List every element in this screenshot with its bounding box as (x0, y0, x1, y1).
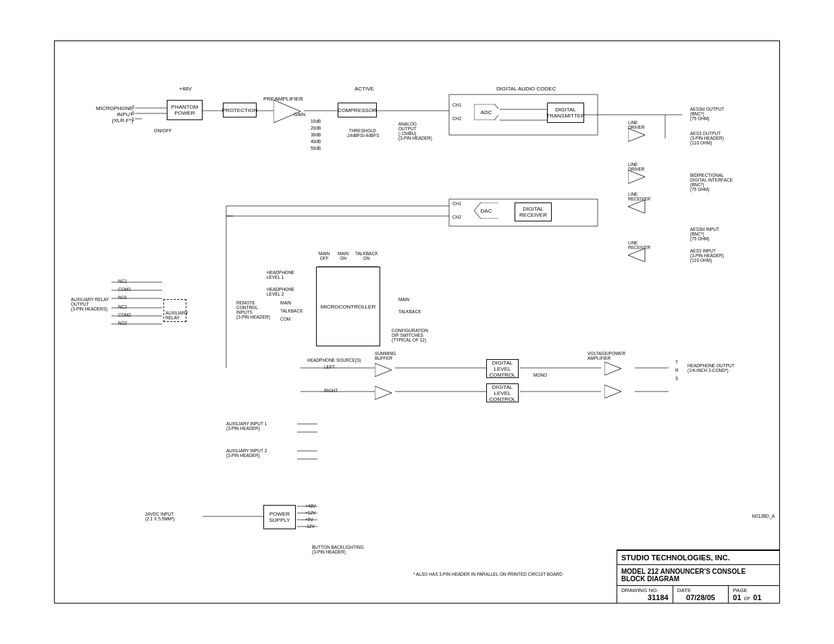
label-main-off: MAIN OFF (319, 251, 330, 261)
label-pin3: 3 (132, 111, 134, 115)
label-right: RIGHT (324, 388, 338, 393)
page-label: PAGE (733, 587, 775, 593)
date-label: DATE (677, 587, 725, 593)
block-power-supply: POWER SUPPLY (263, 505, 296, 529)
line-driver-2-triangle (628, 170, 648, 184)
drawing-no-value: 31184 (621, 593, 669, 601)
label-mono: MONO (533, 373, 547, 377)
label-no2: NO2 (118, 321, 127, 325)
vpa-2-triangle (604, 385, 625, 398)
label-dac-ch1: CH1 (452, 201, 461, 206)
label-hp-output: HEADPHONE OUTPUT (1/4-INCH 3-COND*) (687, 363, 735, 373)
label-aes3-input: AES3 INPUT (3-PIN HEADER) (110 OHM) (690, 248, 724, 263)
title-block-cells: DRAWING NO. 31184 DATE 07/28/05 PAGE 01 … (617, 585, 779, 603)
label-left: LEFT (324, 365, 335, 369)
label-hp-level-2: HEADPHONE LEVEL 2 (267, 287, 294, 296)
label-nc2: NC2 (118, 304, 127, 309)
label-talkback-btn: TALKBACK (280, 308, 303, 313)
block-digital-transmitter: DIGITAL TRANSMITTER (547, 103, 584, 123)
label-t: T (675, 360, 678, 365)
block-adc: ADC (473, 104, 500, 120)
label-threshold: THRESHOLD -14dBFS/-4dBFS (346, 128, 380, 138)
block-compressor: COMPRESSOR (338, 103, 377, 117)
label-gain-20: 20dB (311, 126, 321, 130)
label-talkback-on: TALKBACK ON (355, 251, 377, 261)
summing-buffer-1-triangle (375, 363, 395, 377)
label-dc-input: 24VDC INPUT (2.1 X 5.5MM*) (145, 512, 175, 521)
label-gain-40: 40dB (311, 139, 321, 144)
label-48v: +48V (179, 86, 192, 92)
block-protection: PROTECTION (223, 103, 257, 117)
label-main-btn: MAIN (280, 300, 291, 305)
drawing-subtitle: BLOCK DIAGRAM (621, 575, 775, 583)
label-r: R (675, 368, 679, 373)
label-hp-level-1: HEADPHONE LEVEL 1 (267, 270, 294, 279)
label-aes3id-input: AES3id INPUT (BNC*) (75 OHM) (690, 227, 719, 241)
company-name: STUDIO TECHNOLOGIES, INC. (617, 550, 779, 564)
summing-buffer-2-triangle (375, 386, 395, 400)
label-psu-n12v: -12V (305, 524, 315, 529)
block-digital-receiver: DIGITAL RECEIVER (515, 203, 552, 221)
label-gain-50: 50dB (311, 146, 321, 151)
label-onoff: ON/OFF (154, 128, 172, 133)
svg-marker-45 (628, 128, 645, 142)
title-row: MODEL 212 ANNOUNCER'S CONSOLE BLOCK DIAG… (617, 564, 779, 585)
drawing-sheet: +48V ACTIVE PREAMPLIFIER DIGITAL AUDIO C… (0, 0, 834, 644)
label-adc-ch2: CH2 (452, 116, 461, 121)
date-cell: DATE 07/28/05 (673, 586, 729, 603)
label-adc-ch1: CH1 (452, 103, 461, 107)
vpa-1-triangle (604, 362, 625, 375)
svg-marker-46 (628, 170, 645, 184)
label-main-led: MAIN (398, 297, 409, 302)
label-hp-sources: HEADPHONE SOURCE(S) (307, 358, 361, 363)
label-bidirectional: BIDIRECTIONAL DIGITAL INTERFACE (BNC*) (… (690, 173, 733, 192)
page-of-label: OF (744, 596, 751, 601)
label-aes3-output: AES3 OUTPUT (3-PIN HEADER) (110 OHM) (690, 131, 724, 145)
label-psu-p12v: +12V (305, 510, 315, 515)
drawing-no-label: DRAWING NO. (621, 587, 669, 593)
label-summing: SUMMING BUFFER (375, 351, 396, 360)
label-codec: DIGITAL AUDIO CODEC (496, 86, 556, 92)
label-vpa: VOLTAGE/POWER AMPLIFIER (588, 351, 625, 360)
label-aux-input-2: AUXILIARY INPUT 2 (3-PIN HEADER) (226, 448, 267, 458)
label-main-on: MAIN ON (338, 251, 348, 261)
label-dac-ch2: CH2 (452, 215, 461, 219)
label-pin2: 2 (132, 105, 134, 109)
preamp-triangle (273, 100, 304, 123)
label-gain-30: 30dB (311, 132, 321, 137)
label-active: ACTIVE (355, 86, 374, 92)
label-gain: GAIN (294, 112, 305, 117)
svg-marker-50 (375, 363, 392, 377)
title-block: STUDIO TECHNOLOGIES, INC. MODEL 212 ANNO… (617, 549, 780, 603)
label-com: COM (280, 317, 290, 321)
label-backlighting: BUTTON BACKLIGHTING (3-PIN HEADER) (312, 545, 364, 554)
label-no1: NO1 (118, 295, 127, 300)
label-gain-10: 10dB (311, 119, 321, 124)
drawing-no-cell: DRAWING NO. 31184 (617, 586, 673, 603)
label-mic-input: MICROPHONE INPUT (XLR-F*) (96, 105, 133, 124)
label-aux-relay-output: AUXILIARY RELAY OUTPUT (3-PIN HEADERS) (71, 297, 109, 311)
label-talkback-led: TALKBACK (398, 309, 421, 314)
label-nc1: NC1 (118, 279, 127, 284)
line-driver-1-triangle (628, 128, 648, 142)
label-psu-48v: +48V (305, 504, 315, 508)
page-of-value: 01 (753, 593, 761, 601)
svg-marker-53 (604, 385, 621, 398)
page-cell: PAGE 01 OF 01 (728, 586, 779, 603)
svg-marker-47 (628, 200, 645, 213)
label-remote-inputs: REMOTE CONTROL INPUTS (3-PIN HEADER) (236, 300, 270, 319)
line-receiver-1-triangle (628, 200, 648, 213)
label-config-switches: CONFIGURATION DIP SWITCHES (TYPICAL OF 1… (392, 328, 428, 342)
label-pin1: 1 (132, 117, 134, 122)
svg-marker-52 (604, 362, 621, 375)
block-phantom-power: PHANTOM POWER (167, 100, 203, 120)
block-digital-level-1: DIGITAL LEVEL CONTROL (486, 359, 519, 378)
date-value: 07/28/05 (677, 593, 725, 601)
block-digital-level-2: DIGITAL LEVEL CONTROL (486, 383, 519, 402)
label-aes3id-output: AES3id OUTPUT (BNC*) (75 OHM) (690, 107, 724, 121)
label-psu-5v: +5V (305, 517, 313, 522)
svg-marker-43 (273, 100, 301, 123)
drawing-title: MODEL 212 ANNOUNCER'S CONSOLE (621, 568, 775, 575)
block-microcontroller: MICROCONTROLLER (316, 267, 380, 346)
page-value: 01 (733, 593, 741, 601)
